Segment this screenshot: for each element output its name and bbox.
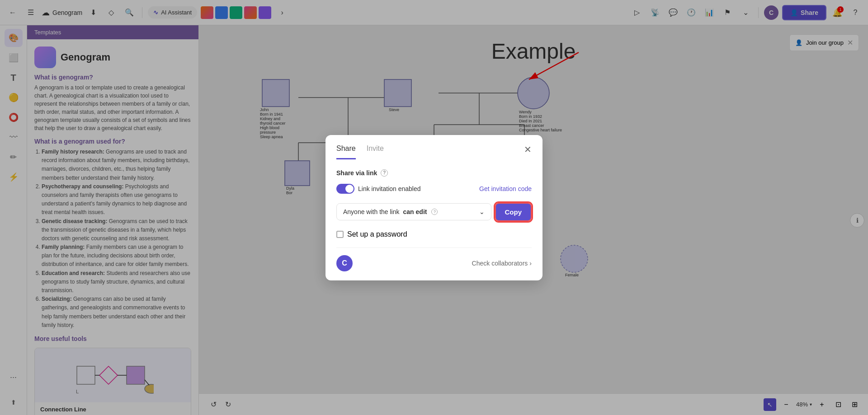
collaborators-row: C Check collaborators › [336,247,532,271]
copy-button[interactable]: Copy [495,203,532,221]
password-label: Set up a password [347,230,407,238]
modal-body: Share via link ? Link invitation enabled… [326,160,542,280]
link-invitation-row: Link invitation enabled Get invitation c… [336,184,532,194]
permission-can-edit: can edit [403,208,427,215]
check-collaborators-link[interactable]: Check collaborators › [472,260,532,267]
permission-row: Anyone with the link can edit ? ⌄ Copy [336,203,532,221]
check-collab-label: Check collaborators [472,260,528,267]
get-invitation-code-link[interactable]: Get invitation code [479,185,532,192]
share-help-icon: ? [381,169,388,177]
modal-close-button[interactable]: ✕ [524,144,532,160]
permission-text: Anyone with the link can edit ? [343,208,438,215]
permission-dropdown[interactable]: Anyone with the link can edit ? ⌄ [336,203,491,220]
toggle-knob [345,185,354,193]
share-via-link-label: Share via link [336,169,377,177]
password-row: Set up a password [336,230,532,238]
modal-tabs: Share Invite [336,145,384,159]
permission-help-icon: ? [431,209,438,215]
link-invitation-label: Link invitation enabled [358,185,421,192]
tab-share[interactable]: Share [336,145,356,159]
modal-overlay[interactable]: Share Invite ✕ Share via link ? Link inv… [0,0,868,415]
link-toggle[interactable] [336,184,354,194]
permission-anyone: Anyone with the link [343,208,400,215]
collaborator-avatar: C [336,255,353,271]
check-collab-arrow-icon: › [529,260,532,267]
dropdown-chevron-icon: ⌄ [479,208,485,215]
tab-invite[interactable]: Invite [367,145,384,159]
share-modal: Share Invite ✕ Share via link ? Link inv… [326,135,542,280]
link-enabled-section: Link invitation enabled [336,184,421,194]
modal-header: Share Invite ✕ [326,135,542,160]
password-checkbox[interactable] [336,231,344,238]
share-via-link-section: Share via link ? [336,169,532,177]
